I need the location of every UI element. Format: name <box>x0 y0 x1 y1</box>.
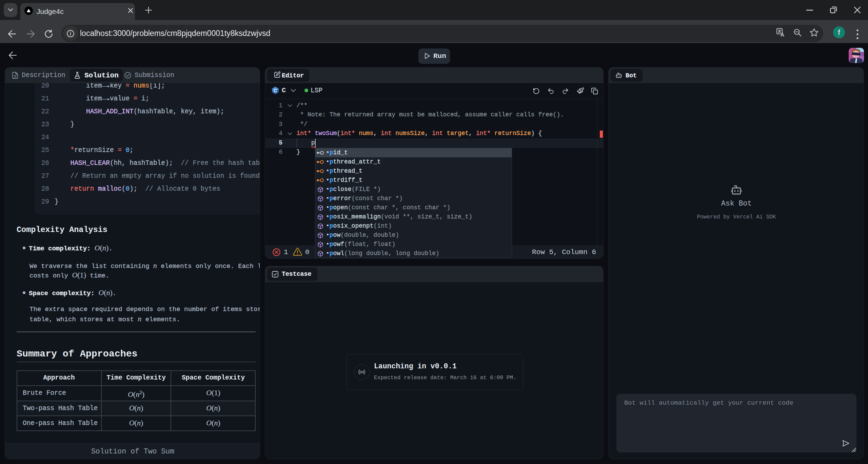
svg-text:C: C <box>274 88 277 93</box>
